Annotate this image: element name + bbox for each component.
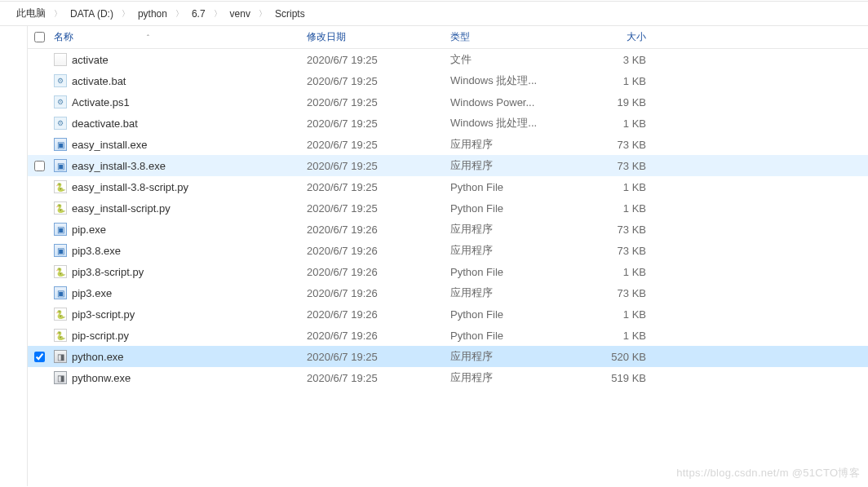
file-type: 应用程序 <box>450 370 582 385</box>
file-name: pip3.exe <box>72 287 112 299</box>
breadcrumb-item[interactable]: venv <box>227 8 254 20</box>
file-row[interactable]: pip3.exe2020/6/7 19:26应用程序73 KB <box>28 282 868 303</box>
file-name-cell[interactable]: easy_install.exe <box>51 138 307 151</box>
exe-icon <box>54 244 67 257</box>
file-date: 2020/6/7 19:25 <box>307 117 450 130</box>
file-name-cell[interactable]: pip3.8.exe <box>51 244 307 257</box>
chevron-right-icon[interactable]: 〉 <box>117 8 135 20</box>
file-name-cell[interactable]: activate.bat <box>51 74 307 87</box>
file-type: 应用程序 <box>450 243 582 258</box>
file-row[interactable]: pip3-script.py2020/6/7 19:26Python File1… <box>28 303 868 325</box>
select-all-checkbox-cell[interactable] <box>28 32 51 42</box>
pyexe-icon <box>54 371 67 384</box>
row-checkbox[interactable] <box>34 161 45 171</box>
file-name: easy_install-3.8.exe <box>72 160 166 172</box>
file-name: easy_install-script.py <box>72 202 170 215</box>
file-name-cell[interactable]: pip3.exe <box>51 286 307 299</box>
file-size: 1 KB <box>582 266 656 278</box>
file-row[interactable]: pip.exe2020/6/7 19:26应用程序73 KB <box>28 219 868 240</box>
select-all-checkbox[interactable] <box>34 32 45 42</box>
file-name-cell[interactable]: Activate.ps1 <box>51 95 307 108</box>
file-size: 1 KB <box>582 308 656 321</box>
file-row[interactable]: deactivate.bat2020/6/7 19:25Windows 批处理.… <box>28 113 868 134</box>
chevron-right-icon[interactable]: 〉 <box>209 8 227 20</box>
file-name-cell[interactable]: python.exe <box>51 350 307 363</box>
file-type: 应用程序 <box>450 349 582 364</box>
file-row[interactable]: Activate.ps12020/6/7 19:25Windows Power.… <box>28 91 868 113</box>
file-type: 应用程序 <box>450 222 582 237</box>
file-row[interactable]: easy_install-script.py2020/6/7 19:25Pyth… <box>28 197 868 219</box>
file-size: 520 KB <box>582 351 656 363</box>
py-icon <box>54 180 67 193</box>
file-row[interactable]: easy_install.exe2020/6/7 19:25应用程序73 KB <box>28 134 868 155</box>
py-icon <box>54 265 67 278</box>
file-type: 应用程序 <box>450 286 582 300</box>
file-name: easy_install-3.8-script.py <box>72 181 188 193</box>
breadcrumb-item[interactable]: python <box>135 8 170 20</box>
file-type: 应用程序 <box>450 137 582 152</box>
file-date: 2020/6/7 19:26 <box>307 308 450 321</box>
nav-pane-gutter[interactable]: 〉 <box>0 26 28 486</box>
exe-icon <box>54 286 67 299</box>
pyexe-icon <box>54 350 67 363</box>
py-icon <box>54 201 67 215</box>
bat-icon <box>54 117 67 130</box>
file-row[interactable]: activate.bat2020/6/7 19:25Windows 批处理...… <box>28 70 868 91</box>
file-row[interactable]: activate2020/6/7 19:25文件3 KB <box>28 49 868 70</box>
file-date: 2020/6/7 19:26 <box>307 266 450 278</box>
file-date: 2020/6/7 19:26 <box>307 245 450 257</box>
file-row[interactable]: pip3.8-script.py2020/6/7 19:26Python Fil… <box>28 261 868 282</box>
chevron-right-icon[interactable]: 〉 <box>10 0 18 487</box>
file-date: 2020/6/7 19:25 <box>307 202 450 215</box>
file-size: 1 KB <box>582 202 656 215</box>
file-row[interactable]: easy_install-3.8.exe2020/6/7 19:25应用程序73… <box>28 155 868 176</box>
file-date: 2020/6/7 19:25 <box>307 75 450 87</box>
file-name-cell[interactable]: pythonw.exe <box>51 371 307 384</box>
file-size: 73 KB <box>582 224 656 236</box>
row-checkbox-cell[interactable] <box>28 352 51 362</box>
file-row[interactable]: pip3.8.exe2020/6/7 19:26应用程序73 KB <box>28 240 868 261</box>
row-checkbox[interactable] <box>34 352 45 362</box>
file-name: pip3-script.py <box>72 308 135 321</box>
file-list-area: 名称 ˆ 修改日期 类型 大小 activate2020/6/7 19:25文件… <box>28 26 868 486</box>
file-row[interactable]: easy_install-3.8-script.py2020/6/7 19:25… <box>28 176 868 197</box>
column-header-type[interactable]: 类型 <box>450 30 582 44</box>
file-icon <box>54 53 67 66</box>
file-name-cell[interactable]: pip.exe <box>51 223 307 236</box>
column-header-name[interactable]: 名称 ˆ <box>51 30 307 44</box>
py-icon <box>54 308 67 321</box>
file-name-cell[interactable]: easy_install-script.py <box>51 201 307 215</box>
file-row[interactable]: python.exe2020/6/7 19:25应用程序520 KB <box>28 346 868 367</box>
file-size: 1 KB <box>582 117 656 130</box>
file-name-cell[interactable]: activate <box>51 53 307 66</box>
column-header-size[interactable]: 大小 <box>582 30 656 44</box>
file-name-cell[interactable]: deactivate.bat <box>51 117 307 130</box>
file-type: Python File <box>450 330 582 342</box>
chevron-right-icon[interactable]: 〉 <box>170 8 188 20</box>
exe-icon <box>54 159 67 172</box>
file-row[interactable]: pip-script.py2020/6/7 19:26Python File1 … <box>28 325 868 346</box>
breadcrumb[interactable]: 此电脑 〉 DATA (D:) 〉 python 〉 6.7 〉 venv 〉 … <box>0 2 868 26</box>
py-icon <box>54 329 67 342</box>
file-name: pip-script.py <box>72 330 129 342</box>
chevron-right-icon[interactable]: 〉 <box>254 8 272 20</box>
file-size: 19 KB <box>582 96 656 108</box>
breadcrumb-item[interactable]: Scripts <box>272 8 308 20</box>
column-header-date[interactable]: 修改日期 <box>307 30 450 44</box>
file-date: 2020/6/7 19:25 <box>307 181 450 193</box>
file-name: easy_install.exe <box>72 139 148 151</box>
file-name-cell[interactable]: easy_install-3.8.exe <box>51 159 307 172</box>
file-row[interactable]: pythonw.exe2020/6/7 19:25应用程序519 KB <box>28 367 868 388</box>
file-name-cell[interactable]: pip3-script.py <box>51 308 307 321</box>
row-checkbox-cell[interactable] <box>28 161 51 171</box>
chevron-right-icon[interactable]: 〉 <box>49 8 67 20</box>
breadcrumb-item[interactable]: DATA (D:) <box>67 8 117 20</box>
file-size: 519 KB <box>582 372 656 384</box>
breadcrumb-item[interactable]: 6.7 <box>188 8 209 20</box>
sort-ascending-icon: ˆ <box>147 33 149 42</box>
file-name-cell[interactable]: pip3.8-script.py <box>51 265 307 278</box>
file-name-cell[interactable]: pip-script.py <box>51 329 307 342</box>
file-list: activate2020/6/7 19:25文件3 KBactivate.bat… <box>28 49 868 388</box>
file-name-cell[interactable]: easy_install-3.8-script.py <box>51 180 307 193</box>
breadcrumb-item[interactable]: 此电脑 <box>13 7 49 20</box>
